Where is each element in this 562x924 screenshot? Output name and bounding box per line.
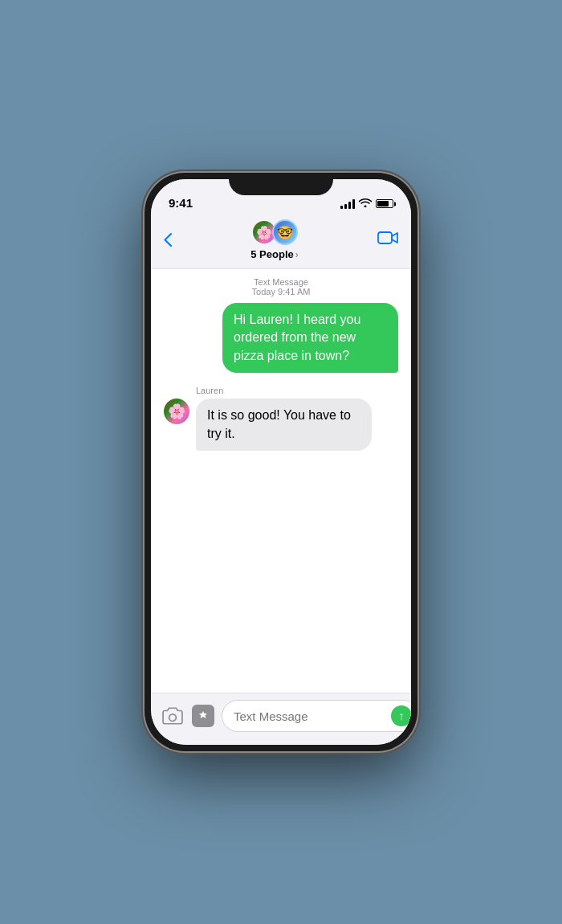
group-name[interactable]: 5 People ›: [250, 248, 298, 260]
screen: 9:41: [151, 179, 411, 745]
nav-header: 🌸 🤓 5 People ›: [151, 215, 411, 269]
nav-center: 🌸 🤓 5 People ›: [250, 219, 298, 260]
incoming-message: 🌸 It is so good! You have to try it.: [164, 399, 398, 451]
phone-frame: 9:41: [145, 173, 417, 751]
status-time: 9:41: [169, 196, 193, 210]
avatar-group: 🌸 🤓: [251, 219, 298, 245]
notch: [229, 173, 333, 195]
back-button[interactable]: [164, 233, 172, 247]
text-input-container[interactable]: ↑: [222, 700, 411, 732]
incoming-message-group: Lauren 🌸 It is so good! You have to try …: [164, 386, 398, 457]
group-name-chevron: ›: [295, 249, 299, 260]
svg-point-1: [169, 714, 177, 722]
sender-name: Lauren: [196, 386, 398, 395]
camera-button[interactable]: [161, 704, 185, 728]
send-button[interactable]: ↑: [391, 705, 411, 726]
messages-area: Text Message Today 9:41 AM Hi Lauren! I …: [151, 269, 411, 693]
status-icons: [340, 198, 393, 210]
input-bar: ↑: [151, 693, 411, 745]
signal-bars-icon: [340, 199, 355, 209]
send-arrow-icon: ↑: [399, 709, 405, 722]
svg-rect-0: [378, 232, 392, 243]
outgoing-bubble: Hi Lauren! I heard you ordered from the …: [222, 303, 398, 373]
avatar-2: 🤓: [272, 219, 298, 245]
incoming-bubble: It is so good! You have to try it.: [196, 399, 372, 451]
message-type-label: Text Message: [164, 277, 398, 287]
battery-icon: [376, 199, 393, 208]
video-call-button[interactable]: [377, 231, 398, 249]
wifi-icon: [359, 198, 372, 210]
appstore-button[interactable]: [191, 704, 215, 728]
text-message-input[interactable]: [234, 709, 386, 723]
message-time-label: Today 9:41 AM: [164, 287, 398, 296]
sender-avatar: 🌸: [164, 399, 189, 424]
message-meta: Text Message Today 9:41 AM: [164, 277, 398, 296]
appstore-icon: [192, 705, 214, 727]
outgoing-message: Hi Lauren! I heard you ordered from the …: [164, 303, 398, 373]
